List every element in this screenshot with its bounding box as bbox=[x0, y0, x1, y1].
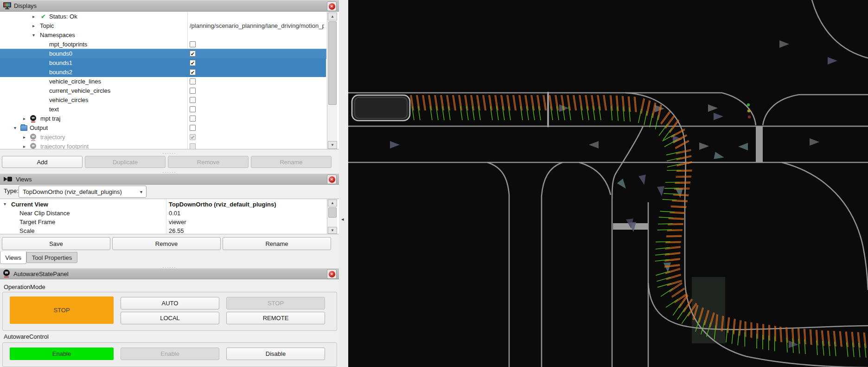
tree-row-vehicle-circle-lines[interactable]: vehicle_circle_lines bbox=[0, 77, 326, 86]
visibility-checkbox-current-vehicle-circles[interactable] bbox=[190, 88, 196, 94]
tree-row-label: bounds0 bbox=[49, 50, 72, 57]
trajectory-bound-green bbox=[657, 277, 670, 282]
tree-row-label: Status: Ok bbox=[49, 13, 77, 20]
save-view-button[interactable]: Save bbox=[2, 237, 110, 250]
visibility-checkbox-text[interactable] bbox=[190, 106, 196, 112]
lane-boundary-line bbox=[722, 93, 756, 125]
remove-view-button[interactable]: Remove bbox=[112, 237, 221, 250]
remote-button[interactable]: REMOTE bbox=[226, 312, 325, 324]
trajectory-bound-orange bbox=[665, 243, 681, 243]
tree-row-trajectory[interactable]: ▸ trajectory w✔ bbox=[0, 133, 326, 142]
visibility-checkbox-mpt-traj[interactable] bbox=[190, 116, 196, 122]
views-close-button[interactable]: ✕ bbox=[327, 174, 337, 184]
tree-row-bounds0[interactable]: bounds0 ✔ bbox=[0, 49, 326, 58]
trajectory-bound-orange bbox=[674, 189, 689, 189]
visibility-checkbox-bounds1[interactable]: ✔ bbox=[190, 60, 196, 66]
tree-row-vehicle-circles[interactable]: vehicle_circles bbox=[0, 96, 326, 105]
displays-close-button[interactable]: ✕ bbox=[327, 1, 337, 11]
trajectory-bound-orange bbox=[667, 231, 682, 231]
chevron-right-icon[interactable]: ▸ bbox=[23, 135, 26, 140]
control-current-enable-button[interactable]: Enable bbox=[10, 348, 114, 360]
autoware-panel-title: AutowareStatePanel bbox=[13, 270, 69, 277]
tree-row-status[interactable]: ▸ Status: Ok ✔ bbox=[0, 12, 326, 21]
property-row-near-clip[interactable]: Near Clip Distance 0.01 bbox=[0, 209, 326, 218]
tab-views[interactable]: Views bbox=[0, 251, 26, 264]
chevron-down-icon[interactable]: ▾ bbox=[4, 201, 6, 206]
tree-row-bounds1[interactable]: bounds1 ✔ bbox=[0, 58, 326, 68]
view-type-value: TopDownOrtho (rviz_default_plugins) bbox=[23, 188, 122, 195]
property-row-current-view[interactable]: ▾ Current View TopDownOrtho (rviz_defaul… bbox=[0, 200, 326, 209]
trajectory-bound-orange bbox=[673, 195, 689, 196]
tree-row-topic[interactable]: ▸ Topic /planning/scenario_planning/lane… bbox=[0, 21, 326, 31]
visibility-checkbox-bounds2[interactable]: ✔ bbox=[190, 69, 196, 75]
splitter-handle[interactable]: ······ bbox=[0, 151, 339, 155]
lane-direction-arrow-icon bbox=[708, 104, 718, 112]
visibility-checkbox-trajectory[interactable]: ✔ bbox=[190, 134, 196, 140]
scroll-down-icon[interactable]: ▼ bbox=[328, 141, 337, 149]
tree-row-bounds2[interactable]: bounds2 ✔ bbox=[0, 68, 326, 77]
visibility-checkbox-vehicle-circle-lines[interactable] bbox=[190, 78, 196, 84]
lane-boundary-line bbox=[579, 162, 611, 195]
collapse-panel-icon[interactable]: ◂ bbox=[341, 216, 344, 222]
visibility-checkbox-mpt-footprints[interactable] bbox=[190, 41, 196, 47]
tree-row-mpt-traj[interactable]: ▸ mpt traj w bbox=[0, 114, 326, 123]
type-label: Type: bbox=[4, 187, 19, 194]
chevron-right-icon[interactable]: ▸ bbox=[32, 23, 35, 28]
views-props-scrollbar[interactable]: ▲ ▼ bbox=[327, 199, 337, 234]
tree-row-namespaces[interactable]: ▾ Namespaces bbox=[0, 31, 326, 40]
rename-view-button[interactable]: Rename bbox=[223, 237, 331, 250]
lane-direction-arrow-icon bbox=[638, 174, 648, 186]
lane-boundary-line bbox=[348, 93, 868, 367]
displays-tree-scrollbar[interactable]: ▲ ▼ bbox=[327, 12, 337, 149]
traffic-light-dot bbox=[747, 109, 750, 112]
operation-mode-current-stop-button[interactable]: STOP bbox=[10, 296, 114, 324]
auto-button[interactable]: AUTO bbox=[121, 297, 219, 309]
add-button[interactable]: Add bbox=[2, 156, 83, 168]
chevron-right-icon[interactable]: ▸ bbox=[23, 116, 26, 121]
view-type-dropdown[interactable]: TopDownOrtho (rviz_default_plugins) ▾ bbox=[19, 186, 147, 198]
stop-button-disabled[interactable]: STOP bbox=[226, 297, 325, 309]
local-button[interactable]: LOCAL bbox=[121, 312, 219, 324]
property-row-target-frame[interactable]: Target Frame viewer bbox=[0, 218, 326, 226]
trajectory-bound-green bbox=[659, 217, 673, 218]
road-median-bar bbox=[756, 126, 763, 162]
scroll-down-icon[interactable]: ▼ bbox=[328, 227, 337, 234]
visibility-checkbox-bounds0[interactable]: ✔ bbox=[190, 51, 196, 57]
scroll-up-icon[interactable]: ▲ bbox=[328, 13, 337, 20]
close-icon: ✕ bbox=[329, 3, 335, 10]
chevron-down-icon[interactable]: ▾ bbox=[32, 32, 35, 38]
autoware-close-button[interactable]: ✕ bbox=[327, 269, 337, 279]
tree-row-output[interactable]: ▾ Output bbox=[0, 123, 326, 133]
lane-boundary-line bbox=[812, 0, 868, 58]
chevron-right-icon[interactable]: ▸ bbox=[32, 14, 35, 19]
trajectory-bound-green bbox=[664, 140, 677, 147]
rename-display-button[interactable]: Rename bbox=[251, 156, 332, 168]
visibility-checkbox-vehicle-circles[interactable] bbox=[190, 97, 196, 103]
tree-row-text[interactable]: text bbox=[0, 105, 326, 114]
duplicate-button[interactable]: Duplicate bbox=[85, 156, 166, 168]
tree-row-current-vehicle-circles[interactable]: current_vehicle_circles bbox=[0, 86, 326, 96]
chevron-down-icon[interactable]: ▾ bbox=[14, 125, 16, 130]
trajectory-bound-orange bbox=[787, 327, 788, 342]
disable-button[interactable]: Disable bbox=[226, 348, 325, 360]
scroll-up-icon[interactable]: ▲ bbox=[328, 200, 337, 206]
enable-button-disabled[interactable]: Enable bbox=[121, 348, 219, 360]
tree-row-trajectory-footprint[interactable]: ▸ trajectory footprint w bbox=[0, 142, 326, 149]
property-row-scale[interactable]: Scale 26.55 bbox=[0, 226, 326, 234]
tree-row-label: bounds2 bbox=[49, 69, 72, 76]
tree-row-mpt-footprints[interactable]: mpt_footprints bbox=[0, 40, 326, 49]
trajectory-bound-orange bbox=[676, 176, 691, 176]
visibility-checkbox-trajectory-footprint[interactable] bbox=[190, 143, 196, 149]
tree-row-label: trajectory bbox=[40, 134, 65, 141]
trajectory-bound-orange bbox=[793, 328, 794, 343]
scrollbar-thumb[interactable] bbox=[328, 207, 337, 218]
views-properties-table: ▾ Current View TopDownOrtho (rviz_defaul… bbox=[0, 199, 339, 234]
3d-viewport[interactable] bbox=[348, 0, 868, 367]
lane-direction-arrow-icon bbox=[676, 188, 684, 199]
chevron-right-icon[interactable]: ▸ bbox=[23, 144, 26, 149]
visibility-checkbox-output[interactable] bbox=[190, 125, 196, 131]
panel-splitter[interactable]: ◂ bbox=[339, 0, 348, 367]
tab-tool-properties[interactable]: Tool Properties bbox=[26, 252, 77, 263]
scrollbar-thumb[interactable] bbox=[328, 21, 337, 105]
remove-display-button[interactable]: Remove bbox=[168, 156, 249, 168]
